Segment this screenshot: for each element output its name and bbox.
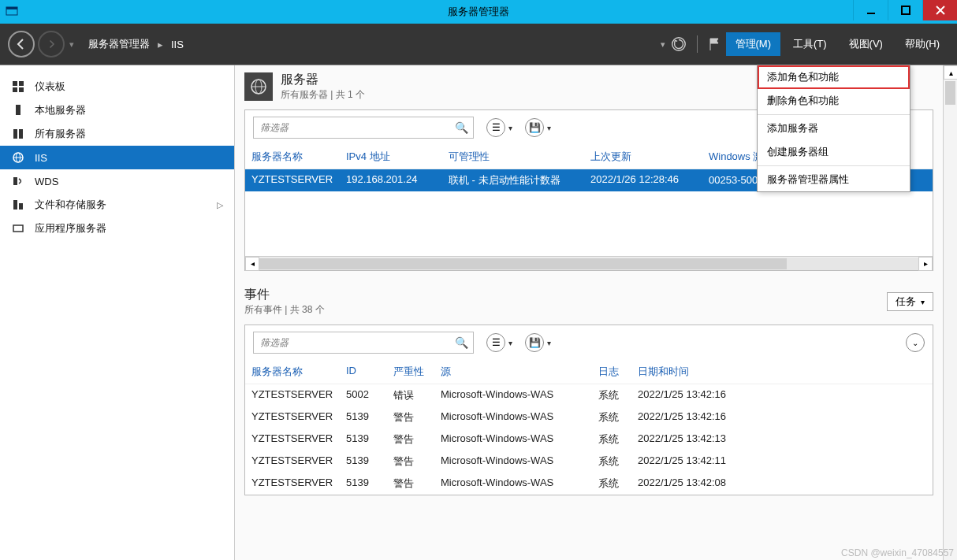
col-source[interactable]: 源 (441, 365, 598, 379)
menu-separator (758, 114, 910, 115)
sidebar-item-label: 所有服务器 (35, 127, 86, 141)
save-options-button[interactable]: 💾 (525, 333, 544, 352)
cell-log: 系统 (598, 388, 638, 402)
menu-tools[interactable]: 工具(T) (784, 32, 836, 56)
scroll-left-icon[interactable]: ◂ (245, 257, 259, 271)
cell-src: Microsoft-Windows-WAS (441, 454, 598, 469)
menu-add-roles-features[interactable]: 添加角色和功能 (758, 65, 910, 89)
sidebar-item-label: 文件和存储服务 (35, 198, 106, 212)
search-icon[interactable]: 🔍 (449, 336, 473, 349)
menu-remove-roles-features[interactable]: 删除角色和功能 (758, 89, 910, 113)
event-row[interactable]: YZTESTSERVER5139警告Microsoft-Windows-WAS系… (245, 473, 933, 495)
sidebar-item-dashboard[interactable]: 仪表板 (0, 75, 234, 98)
tasks-button[interactable]: 任务 ▾ (887, 292, 933, 311)
events-section-header: 事件 所有事件 | 共 38 个 任务 ▾ (235, 280, 943, 320)
sidebar-item-label: WDS (35, 176, 58, 187)
col-datetime[interactable]: 日期和时间 (638, 365, 926, 379)
menu-create-server-group[interactable]: 创建服务器组 (758, 140, 910, 164)
menu-view[interactable]: 视图(V) (840, 32, 892, 56)
svg-rect-11 (16, 105, 20, 115)
chevron-down-icon[interactable]: ▾ (508, 339, 512, 347)
col-server-name[interactable]: 服务器名称 (251, 365, 346, 379)
svg-rect-1 (6, 7, 17, 9)
events-panel: 🔍 ☰ ▾ 💾 ▾ ⌄ 服务器名称 ID 严重性 源 日志 (244, 325, 933, 495)
chevron-down-icon: ▾ (921, 298, 925, 306)
svg-rect-17 (13, 177, 17, 185)
cell-id: 5002 (346, 388, 393, 402)
scroll-track[interactable] (259, 258, 918, 270)
servers-subtitle: 所有服务器 | 共 1 个 (281, 88, 365, 102)
events-filter-input[interactable] (254, 337, 449, 348)
svg-rect-19 (19, 203, 23, 210)
scroll-thumb[interactable] (945, 81, 955, 105)
watermark: CSDN @weixin_47084557 (841, 547, 954, 558)
cell-dt: 2022/1/25 13:42:16 (638, 410, 926, 425)
list-options-button[interactable]: ☰ (486, 118, 505, 137)
svg-rect-12 (13, 129, 17, 139)
notifications-flag-icon[interactable] (702, 32, 726, 56)
col-server-name[interactable]: 服务器名称 (251, 150, 346, 164)
event-row[interactable]: YZTESTSERVER5002错误Microsoft-Windows-WAS系… (245, 384, 933, 406)
sidebar-item-label: 本地服务器 (35, 103, 86, 117)
menu-server-manager-properties[interactable]: 服务器管理器属性 (758, 168, 910, 191)
search-icon[interactable]: 🔍 (449, 121, 473, 134)
servers-hscrollbar[interactable]: ◂ ▸ (245, 256, 933, 270)
forward-button[interactable] (38, 31, 65, 57)
chevron-down-icon[interactable]: ▾ (508, 124, 512, 132)
col-manageability[interactable]: 可管理性 (449, 150, 590, 164)
menu-separator (758, 165, 910, 166)
cell-name: YZTESTSERVER (251, 477, 346, 491)
expand-button[interactable]: ⌄ (906, 333, 925, 352)
scroll-right-icon[interactable]: ▸ (918, 257, 933, 271)
col-log[interactable]: 日志 (598, 365, 638, 379)
list-options-button[interactable]: ☰ (486, 333, 505, 352)
scroll-up-icon[interactable]: ▴ (944, 65, 957, 80)
sidebar-item-files-storage[interactable]: 文件和存储服务 ▷ (0, 193, 234, 217)
cell-log: 系统 (598, 454, 638, 469)
sidebar-item-app-server[interactable]: 应用程序服务器 (0, 217, 234, 240)
close-button[interactable] (922, 0, 957, 20)
cell-manageability: 联机 - 未启动性能计数器 (449, 173, 590, 187)
events-toolbar: 🔍 ☰ ▾ 💾 ▾ ⌄ (245, 325, 933, 360)
cell-sev: 错误 (393, 388, 441, 402)
menu-manage[interactable]: 管理(M) (726, 32, 781, 56)
separator (697, 35, 698, 53)
col-ipv4[interactable]: IPv4 地址 (346, 150, 449, 164)
nav-dropdown-icon[interactable]: ▾ (69, 39, 74, 50)
header-chevron-icon[interactable]: ▾ (661, 39, 665, 50)
chevron-down-icon[interactable]: ▾ (547, 124, 551, 132)
back-button[interactable] (8, 31, 35, 57)
event-row[interactable]: YZTESTSERVER5139警告Microsoft-Windows-WAS系… (245, 406, 933, 428)
maximize-button[interactable] (888, 0, 922, 20)
sidebar: 仪表板 本地服务器 所有服务器 IIS WDS 文件和存储服务 ▷ 应用程序服务… (0, 65, 235, 560)
scroll-thumb[interactable] (259, 258, 787, 269)
event-row[interactable]: YZTESTSERVER5139警告Microsoft-Windows-WAS系… (245, 451, 933, 473)
cell-ipv4: 192.168.201.24 (346, 173, 449, 187)
col-severity[interactable]: 严重性 (393, 365, 441, 379)
minimize-button[interactable] (853, 0, 888, 20)
chevron-down-icon[interactable]: ▾ (547, 339, 551, 347)
cell-src: Microsoft-Windows-WAS (441, 432, 598, 447)
save-options-button[interactable]: 💾 (525, 118, 544, 137)
menu-help[interactable]: 帮助(H) (896, 32, 949, 56)
cell-dt: 2022/1/25 13:42:08 (638, 477, 926, 491)
svg-rect-20 (13, 225, 23, 232)
col-last-update[interactable]: 上次更新 (590, 150, 709, 164)
sidebar-item-all-servers[interactable]: 所有服务器 (0, 122, 234, 146)
sidebar-item-iis[interactable]: IIS (0, 146, 234, 169)
cell-sev: 警告 (393, 454, 441, 469)
col-id[interactable]: ID (346, 365, 393, 379)
event-row[interactable]: YZTESTSERVER5139警告Microsoft-Windows-WAS系… (245, 428, 933, 451)
menu-add-server[interactable]: 添加服务器 (758, 117, 910, 140)
iis-icon (11, 150, 25, 165)
main-vscrollbar[interactable]: ▴ (943, 65, 957, 560)
sidebar-item-wds[interactable]: WDS (0, 169, 234, 193)
sidebar-item-local-server[interactable]: 本地服务器 (0, 98, 234, 122)
cell-dt: 2022/1/25 13:42:16 (638, 388, 926, 402)
breadcrumb-root[interactable]: 服务器管理器 (88, 37, 150, 51)
servers-filter-input[interactable] (254, 122, 449, 133)
refresh-button[interactable] (667, 32, 691, 56)
tasks-label: 任务 (896, 295, 916, 309)
svg-rect-13 (19, 129, 23, 139)
cell-dt: 2022/1/25 13:42:13 (638, 432, 926, 447)
